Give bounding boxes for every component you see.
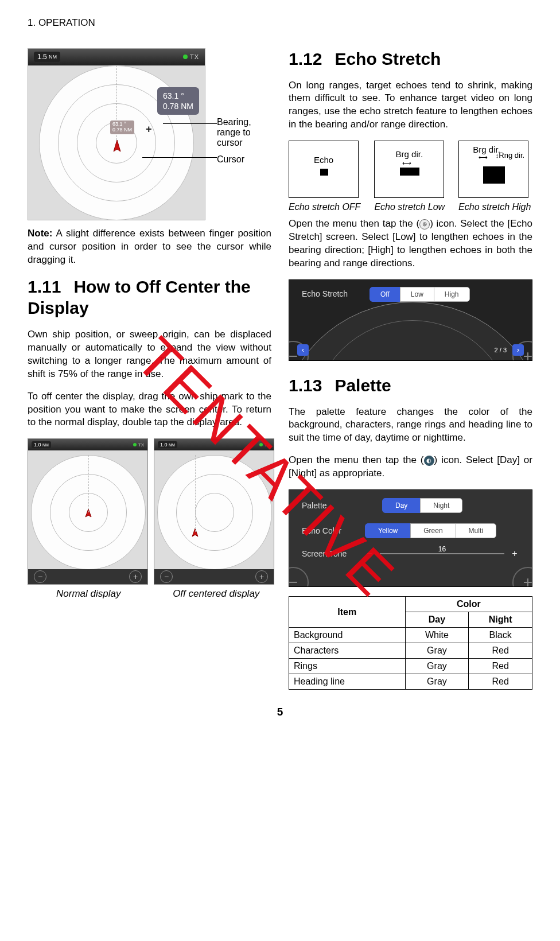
segment-low[interactable]: Low	[400, 287, 434, 302]
paragraph: On long ranges, target echoes tend to sh…	[289, 79, 532, 132]
zoom-out-icon: −	[34, 570, 46, 583]
plus-icon[interactable]: +	[510, 549, 519, 559]
table-cell: Characters	[289, 643, 406, 659]
bearing-chip-large: 63.1 ° 0.78 NM	[157, 87, 199, 115]
echo-shape	[400, 168, 419, 176]
zoom-in-icon: +	[512, 567, 532, 587]
palette-color-table: Item Color Day Night Background White Bl…	[289, 596, 532, 690]
th-day: Day	[405, 612, 469, 628]
diag-caption-high: Echo stretch High	[458, 201, 531, 213]
zoom-in-icon: +	[255, 570, 268, 583]
echo-color-yellow[interactable]: Yellow	[365, 523, 411, 538]
diag-label-echo: Echo	[314, 155, 333, 165]
arrow-icon: ⟷	[402, 160, 411, 167]
note-paragraph: Note: A slight difference exists between…	[28, 227, 271, 267]
section-number: 1.12	[289, 49, 322, 68]
palette-day-button[interactable]: Day	[382, 498, 421, 513]
arrow-icon: ⟷	[479, 154, 488, 161]
table-cell: White	[405, 628, 469, 643]
setting-row-label: Echo Stretch	[302, 289, 348, 298]
chevron-left-icon[interactable]: ‹	[297, 344, 309, 356]
paragraph: To off center the display, drag the own …	[28, 390, 271, 430]
section-1-12-heading: 1.12Echo Stretch	[289, 48, 532, 70]
mini-radar-offcenter: 1.0 NM TX − +	[154, 438, 274, 585]
echo-color-multi[interactable]: Multi	[456, 523, 496, 538]
table-cell: Red	[469, 674, 532, 690]
mini-range-chip: 1.0 NM	[158, 441, 177, 448]
segment-high[interactable]: High	[434, 287, 470, 302]
range-chip: 1.5 NM	[34, 52, 60, 62]
palette-icon: ◐	[424, 456, 434, 466]
palette-row-label: Palette	[302, 501, 365, 510]
table-cell: Gray	[405, 674, 469, 690]
paragraph: The palette feature changes the color of…	[289, 406, 532, 445]
svg-marker-0	[114, 140, 120, 151]
screen-tone-slider[interactable]: 16	[380, 553, 504, 554]
callout-line	[163, 123, 217, 124]
minus-icon[interactable]: −	[365, 549, 374, 559]
mini-radar-normal: 1.0 NM TX − +	[28, 438, 148, 585]
th-color: Color	[405, 597, 532, 612]
diag-caption-off: Echo stretch OFF	[289, 201, 360, 213]
section-title: How to Off Center the Display	[28, 277, 251, 318]
paragraph: Open the menu then tap the (◐) icon. Sel…	[289, 454, 532, 480]
bearing-chip-small: 63.1 ° 0.78 NM	[110, 120, 134, 134]
diag-label-brg: Brg dir.	[396, 149, 423, 159]
th-item: Item	[289, 597, 406, 628]
offcenter-figure: 1.0 NM TX − +	[28, 438, 277, 600]
echo-stretch-diagram: Echo Echo stretch OFF Brg dir. ⟷ Echo st…	[289, 141, 532, 213]
echo-color-green[interactable]: Green	[410, 523, 456, 538]
screen-tone-row-label: Screen Tone	[302, 549, 365, 558]
radar-figure: 1.5 NM TX	[28, 48, 269, 220]
paragraph: Own ship position, or sweep origin, can …	[28, 328, 271, 381]
section-1-11-heading: 1.11How to Off Center the Display	[28, 276, 271, 319]
paragraph: Open the menu then tap the (⊚) icon. Sel…	[289, 217, 532, 270]
section-title: Echo Stretch	[335, 49, 441, 68]
chevron-right-icon[interactable]: ›	[512, 344, 524, 356]
note-prefix: Note:	[28, 228, 52, 239]
mini-tx: TX	[259, 442, 270, 448]
echo-stretch-segmented: Off Low High	[370, 287, 470, 302]
mini-tx: TX	[133, 442, 144, 448]
table-cell: Black	[469, 628, 532, 643]
table-cell: Gray	[405, 643, 469, 659]
caption-offcenter: Off centered display	[155, 588, 278, 600]
tx-label: TX	[190, 53, 199, 60]
diag-label-rng: ↕Rng dir.	[496, 151, 524, 160]
tx-led-icon	[183, 55, 188, 59]
table-cell: Heading line	[289, 674, 406, 690]
page-number: 5	[28, 706, 532, 718]
tx-indicator: TX	[183, 53, 199, 60]
mini-range-chip: 1.0 NM	[32, 441, 51, 448]
palette-night-button[interactable]: Night	[420, 498, 462, 513]
th-night: Night	[469, 612, 532, 628]
page-header: 1. OPERATION	[28, 17, 532, 29]
screen-tone-value: 16	[438, 545, 446, 553]
echo-shape	[483, 166, 505, 184]
section-title: Palette	[335, 376, 391, 395]
table-cell: Red	[469, 643, 532, 659]
segment-off[interactable]: Off	[370, 287, 400, 302]
callout-line	[142, 157, 217, 158]
page-indicator: 2 / 3	[495, 347, 507, 353]
section-number: 1.13	[289, 376, 322, 395]
palette-screenshot: − + Palette Day Night Echo Color Yellow …	[289, 489, 532, 587]
cursor-icon: +	[146, 123, 152, 135]
table-cell: Red	[469, 659, 532, 674]
callout-cursor: Cursor	[217, 154, 244, 165]
echo-shape	[320, 169, 328, 176]
zoom-out-icon: −	[289, 567, 309, 587]
own-ship-icon	[112, 140, 122, 154]
range-value: 1.5	[37, 53, 47, 61]
table-cell: Background	[289, 628, 406, 643]
note-text: A slight difference exists between finge…	[28, 228, 271, 265]
caption-normal: Normal display	[28, 588, 150, 600]
settings-icon: ⊚	[419, 219, 430, 230]
echo-color-row-label: Echo Color	[302, 526, 365, 535]
range-unit: NM	[49, 54, 57, 60]
echo-stretch-screenshot: − + Echo Stretch Off Low High ‹ 2 / 3 ›	[289, 279, 532, 361]
zoom-in-icon: +	[129, 570, 142, 583]
table-cell: Gray	[405, 659, 469, 674]
callout-bearing: Bearing, range to cursor	[217, 117, 269, 148]
section-1-13-heading: 1.13Palette	[289, 375, 532, 396]
